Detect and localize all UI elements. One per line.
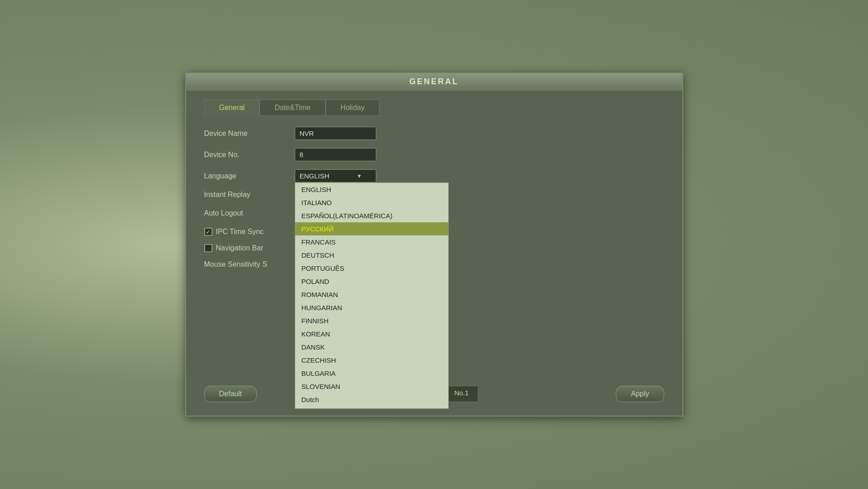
language-dropdown: ENGLISH ITALIANO ESPAÑOL(LATINOAMÉRICA) … xyxy=(295,182,449,409)
window-title: GENERAL xyxy=(409,77,459,86)
lang-option-greek[interactable]: Greek xyxy=(295,406,448,409)
dropdown-arrow-icon: ▼ xyxy=(357,173,362,179)
default-button[interactable]: Default xyxy=(204,386,257,402)
lang-option-portugues[interactable]: PORTUGUÊS xyxy=(295,262,448,275)
apply-button[interactable]: Apply xyxy=(616,386,664,402)
device-name-label: Device Name xyxy=(204,129,295,138)
lang-option-czechish[interactable]: CZECHISH xyxy=(295,354,448,367)
navigation-bar-label: Navigation Bar xyxy=(216,244,264,252)
navigation-bar-checkbox[interactable] xyxy=(204,244,212,252)
language-select-wrapper: ENGLISH ▼ ENGLISH ITALIANO ESPAÑOL(LATIN… xyxy=(295,169,376,182)
device-no-row: Device No. xyxy=(204,148,664,161)
lang-option-russian[interactable]: РУССКИЙ xyxy=(295,222,448,235)
device-name-row: Device Name xyxy=(204,127,664,140)
lang-option-hungarian[interactable]: HUNGARIAN xyxy=(295,301,448,314)
lang-option-slovenian[interactable]: SLOVENIAN xyxy=(295,380,448,393)
device-no-input[interactable] xyxy=(295,148,376,161)
lang-option-romanian[interactable]: ROMANIAN xyxy=(295,288,448,301)
lang-option-dutch[interactable]: Dutch xyxy=(295,393,448,406)
ipc-time-sync-wrapper: IPC Time Sync xyxy=(204,228,264,236)
page-indicator: No.1 xyxy=(445,386,478,402)
device-no-label: Device No. xyxy=(204,151,295,159)
navigation-bar-wrapper: Navigation Bar xyxy=(204,244,264,252)
lang-option-dansk[interactable]: DANSK xyxy=(295,340,448,354)
tab-holiday[interactable]: Holiday xyxy=(326,100,379,116)
lang-option-english[interactable]: ENGLISH xyxy=(295,183,448,196)
lang-option-francais[interactable]: FRANCAIS xyxy=(295,235,448,249)
instant-replay-label: Instant Replay xyxy=(204,191,295,199)
language-select[interactable]: ENGLISH ▼ xyxy=(295,169,376,182)
language-selected-value: ENGLISH xyxy=(300,172,330,180)
lang-option-deutsch[interactable]: DEUTSCH xyxy=(295,249,448,262)
title-bar: GENERAL xyxy=(186,73,682,91)
ipc-time-sync-checkbox[interactable] xyxy=(204,228,212,236)
ipc-time-sync-label: IPC Time Sync xyxy=(216,228,264,236)
language-row: Language ENGLISH ▼ ENGLISH ITALIANO ESPA… xyxy=(204,169,664,182)
lang-option-korean[interactable]: KOREAN xyxy=(295,327,448,340)
auto-logout-label: Auto Logout xyxy=(204,209,295,217)
tab-bar: General Date&Time Holiday xyxy=(204,100,664,116)
content-area: General Date&Time Holiday Device Name De… xyxy=(186,91,682,286)
language-label: Language xyxy=(204,172,295,180)
lang-option-finnish[interactable]: FINNISH xyxy=(295,314,448,327)
form-area: Device Name Device No. Language ENGLISH … xyxy=(204,127,664,268)
lang-option-poland[interactable]: POLAND xyxy=(295,275,448,288)
lang-option-espanol-latin[interactable]: ESPAÑOL(LATINOAMÉRICA) xyxy=(295,209,448,222)
main-window: GENERAL General Date&Time Holiday Device… xyxy=(185,72,683,417)
mouse-sensitivity-label: Mouse Sensitivity S xyxy=(204,260,295,268)
lang-option-bulgaria[interactable]: BULGARIA xyxy=(295,367,448,380)
tab-datetime[interactable]: Date&Time xyxy=(259,100,325,116)
device-name-input[interactable] xyxy=(295,127,376,140)
lang-option-italiano[interactable]: ITALIANO xyxy=(295,196,448,209)
tab-general[interactable]: General xyxy=(204,100,260,116)
